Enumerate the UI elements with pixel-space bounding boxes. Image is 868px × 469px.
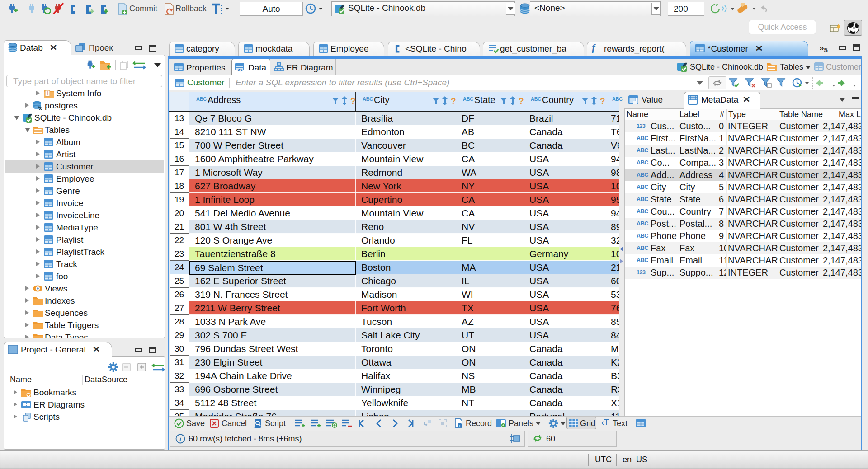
svg-text:i: i (459, 423, 461, 428)
svg-text:i: i (47, 90, 48, 96)
svg-text:<>: <> (237, 68, 243, 72)
svg-text:i: i (179, 436, 181, 442)
